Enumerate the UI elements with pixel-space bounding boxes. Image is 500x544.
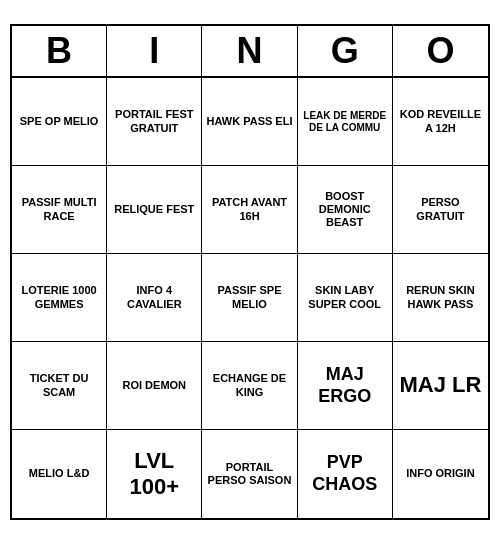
bingo-cell-12: PASSIF SPE MELIO (202, 254, 297, 342)
header-letter-o: O (393, 26, 488, 76)
bingo-cell-13: SKIN LABY SUPER COOL (298, 254, 393, 342)
header-letter-b: B (12, 26, 107, 76)
bingo-cell-14: RERUN SKIN HAWK PASS (393, 254, 488, 342)
bingo-cell-24: INFO ORIGIN (393, 430, 488, 518)
bingo-cell-4: KOD REVEILLE A 12H (393, 78, 488, 166)
bingo-cell-17: ECHANGE DE KING (202, 342, 297, 430)
header-letter-i: I (107, 26, 202, 76)
bingo-grid: SPE OP MELIOPORTAIL FEST GRATUITHAWK PAS… (12, 78, 488, 518)
bingo-cell-0: SPE OP MELIO (12, 78, 107, 166)
bingo-board: BINGO SPE OP MELIOPORTAIL FEST GRATUITHA… (10, 24, 490, 520)
bingo-cell-22: PORTAIL PERSO SAISON (202, 430, 297, 518)
bingo-cell-2: HAWK PASS ELI (202, 78, 297, 166)
header-letter-n: N (202, 26, 297, 76)
bingo-cell-11: INFO 4 CAVALIER (107, 254, 202, 342)
bingo-cell-6: RELIQUE FEST (107, 166, 202, 254)
bingo-cell-23: PVP CHAOS (298, 430, 393, 518)
bingo-cell-8: BOOST DEMONIC BEAST (298, 166, 393, 254)
bingo-cell-16: ROI DEMON (107, 342, 202, 430)
bingo-cell-19: MAJ LR (393, 342, 488, 430)
bingo-cell-18: MAJ ERGO (298, 342, 393, 430)
bingo-cell-3: LEAK DE MERDE DE LA COMMU (298, 78, 393, 166)
bingo-cell-20: MELIO L&D (12, 430, 107, 518)
bingo-cell-15: TICKET DU SCAM (12, 342, 107, 430)
bingo-cell-21: LVL 100+ (107, 430, 202, 518)
bingo-cell-9: PERSO GRATUIT (393, 166, 488, 254)
bingo-header: BINGO (12, 26, 488, 78)
bingo-cell-7: PATCH AVANT 16H (202, 166, 297, 254)
header-letter-g: G (298, 26, 393, 76)
bingo-cell-5: PASSIF MULTI RACE (12, 166, 107, 254)
bingo-cell-1: PORTAIL FEST GRATUIT (107, 78, 202, 166)
bingo-cell-10: LOTERIE 1000 GEMMES (12, 254, 107, 342)
